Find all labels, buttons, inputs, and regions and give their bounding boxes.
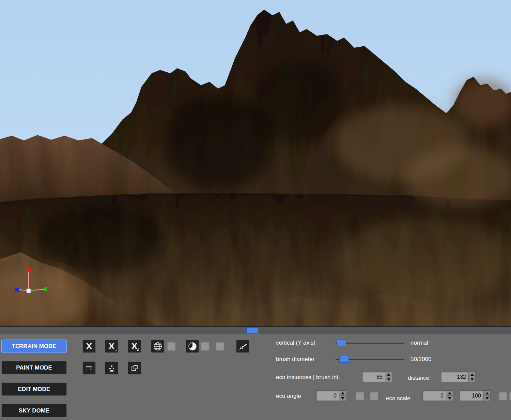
globe-checkbox[interactable] bbox=[167, 342, 176, 351]
up-arrow-icon bbox=[341, 392, 344, 394]
distance-label: distance bbox=[408, 375, 429, 381]
contrast-button[interactable] bbox=[186, 340, 199, 353]
terrain-3d-viewport[interactable] bbox=[0, 0, 511, 326]
brush-diameter-value: 50/2000 bbox=[411, 356, 431, 363]
eco-angle-value[interactable]: 0 bbox=[316, 390, 339, 401]
edit-mode-button[interactable]: EDIT MODE bbox=[1, 382, 67, 396]
duplicate-icon bbox=[130, 363, 139, 373]
eco-angle-checkbox-1[interactable] bbox=[355, 391, 364, 401]
eco-angle-up-button[interactable] bbox=[339, 390, 346, 395]
eco-angle-label: eco angle bbox=[276, 393, 301, 400]
flatten-button[interactable] bbox=[82, 361, 96, 375]
distance-up-button[interactable] bbox=[468, 372, 476, 377]
scatter-button[interactable] bbox=[236, 340, 249, 353]
eco-instances-value[interactable]: 65 bbox=[362, 372, 385, 382]
eco-scale-checkbox-1[interactable] bbox=[498, 391, 507, 401]
up-arrow-icon bbox=[448, 392, 451, 394]
eco-scale-checkbox-2[interactable] bbox=[509, 391, 511, 401]
gizmo-x-axis-handle bbox=[44, 287, 47, 291]
brush-diameter-slider[interactable] bbox=[336, 356, 404, 363]
eco-scale-value-a[interactable]: 0 bbox=[422, 390, 446, 401]
scatter-plot-icon bbox=[238, 342, 248, 351]
gizmo-y-axis-handle bbox=[27, 268, 31, 272]
eco-instances-up-button[interactable] bbox=[385, 372, 392, 377]
gizmo-center-handle bbox=[27, 289, 31, 293]
eco-instances-spinner: 65 bbox=[362, 372, 392, 382]
terrain-scene bbox=[0, 0, 511, 326]
up-arrow-icon bbox=[387, 373, 390, 376]
eco-scale-b-down-button[interactable] bbox=[483, 395, 491, 401]
paint-mode-button[interactable]: PAINT MODE bbox=[1, 361, 67, 374]
distance-down-button[interactable] bbox=[468, 377, 476, 382]
eco-scale-value-b[interactable]: 100 bbox=[459, 390, 483, 401]
clear-glyph: X bbox=[86, 342, 92, 350]
sky-dome-button[interactable]: SKY DOME bbox=[1, 404, 67, 417]
app-window: TERRAIN MODE PAINT MODE EDIT MODE SKY DO… bbox=[0, 0, 511, 420]
clear-dots-glyph: X bbox=[109, 342, 114, 350]
eco-angle-checkbox-2[interactable] bbox=[369, 391, 378, 401]
eco-scale-a-up-button[interactable] bbox=[446, 390, 453, 395]
duplicate-button[interactable] bbox=[128, 361, 141, 375]
eco-scale-b-up-button[interactable] bbox=[483, 390, 491, 395]
gizmo-z-axis-handle bbox=[15, 288, 19, 291]
clear-button[interactable]: X bbox=[82, 340, 96, 353]
bottom-toolbar: TERRAIN MODE PAINT MODE EDIT MODE SKY DO… bbox=[0, 326, 511, 420]
eco-angle-down-button[interactable] bbox=[339, 395, 346, 401]
vertical-axis-value: normal bbox=[411, 340, 428, 346]
viewport-scrollbar[interactable] bbox=[0, 326, 511, 334]
up-arrow-icon bbox=[485, 392, 489, 394]
up-arrow-icon bbox=[470, 373, 474, 376]
globe-icon bbox=[153, 342, 162, 351]
brush-diameter-label: brush diameter bbox=[276, 356, 314, 363]
vertical-axis-slider[interactable] bbox=[336, 339, 404, 347]
down-arrow-icon bbox=[485, 397, 489, 400]
scrollbar-handle[interactable] bbox=[246, 327, 258, 334]
vertical-axis-slider-handle[interactable] bbox=[337, 340, 346, 346]
eco-scale-spinner-b: 100 bbox=[459, 390, 491, 401]
down-arrow-icon bbox=[470, 378, 474, 381]
down-arrow-icon bbox=[387, 378, 390, 381]
eco-scale-label: eco scale bbox=[386, 395, 411, 402]
eco-angle-spinner: 0 bbox=[316, 390, 346, 401]
contrast-checkbox-2[interactable] bbox=[215, 342, 224, 351]
distance-value[interactable]: 132 bbox=[441, 372, 468, 382]
terrain-mode-button[interactable]: TERRAIN MODE bbox=[1, 340, 67, 353]
eco-scale-a-down-button[interactable] bbox=[446, 395, 453, 401]
contrast-checkbox-1[interactable] bbox=[200, 342, 210, 351]
eco-instances-down-button[interactable] bbox=[385, 377, 392, 382]
contrast-icon bbox=[188, 342, 197, 351]
brush-diameter-slider-handle[interactable] bbox=[339, 356, 349, 363]
eco-scale-spinner-a: 0 bbox=[422, 390, 453, 401]
distance-spinner: 132 bbox=[441, 372, 476, 382]
vertical-axis-label: vertical (Y axis) bbox=[276, 340, 315, 346]
down-arrow-icon bbox=[341, 397, 344, 400]
flatten-icon bbox=[84, 363, 94, 373]
cluster-icon bbox=[107, 363, 117, 373]
down-arrow-icon bbox=[448, 397, 451, 400]
cluster-button[interactable] bbox=[105, 361, 118, 375]
clear-dots-button[interactable]: X .. bbox=[105, 340, 118, 353]
clear-return-button[interactable]: X ↲ bbox=[128, 340, 141, 353]
eco-instances-label: eco instances | brush int. bbox=[276, 374, 340, 381]
globe-button[interactable] bbox=[151, 340, 164, 353]
